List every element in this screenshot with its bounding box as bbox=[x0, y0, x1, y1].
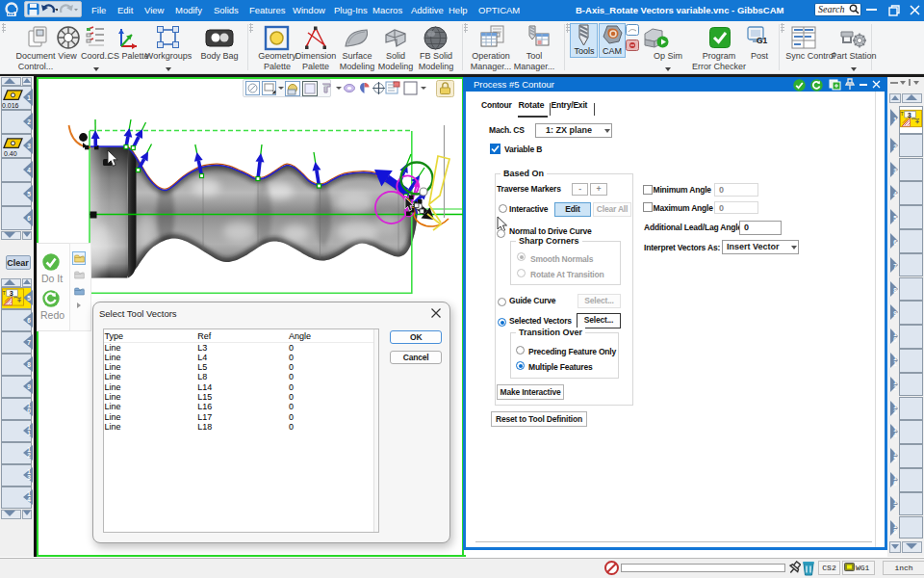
svg-text:3: 3 bbox=[908, 112, 911, 119]
svg-text:3: 3 bbox=[9, 290, 13, 298]
